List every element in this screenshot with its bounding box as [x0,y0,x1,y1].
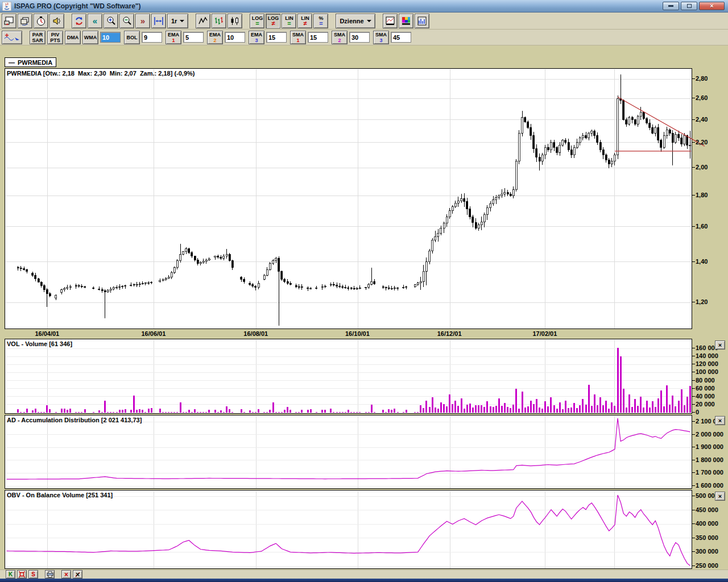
sound-button[interactable] [49,14,64,28]
date-axis-label: 16/10/01 [345,330,370,337]
lin-eq-scale-button[interactable]: LIN= [282,14,296,28]
bol-indicator-button[interactable]: BOL [124,31,140,44]
accumulation-distribution-panel[interactable]: AD - Accumulation Distribution [2 021 41… [5,415,692,489]
obv-close-button[interactable]: × [715,492,725,501]
percent-scale-button[interactable]: %= [313,14,328,28]
zoom-out-button[interactable] [119,14,134,28]
obv-panel[interactable]: OBV - On Balance Volume [251 341] [5,490,692,569]
ema2-indicator-button[interactable]: EMA2 [207,31,223,44]
ema1-period-field[interactable]: 5 [183,32,204,43]
delete-all-button[interactable]: × [73,570,82,579]
log-eq-label: LOG= [252,16,263,26]
ema3-indicator-button[interactable]: EMA3 [249,31,264,44]
lin-neq-label: LIN≠ [301,16,309,26]
draw-tool-button[interactable] [2,31,22,44]
ema1-indicator-button[interactable]: EMA1 [166,31,181,44]
export-chart-button[interactable] [2,14,16,28]
colors-button[interactable] [399,14,413,28]
ema2-period-field[interactable]: 10 [225,32,245,43]
sma1-label: SMA1 [292,32,304,43]
parsar-indicator-button[interactable]: PARSAR [30,31,46,44]
date-axis-label: 16/12/01 [437,330,462,337]
price-axis-label: 2,40 [696,116,708,123]
timer-button[interactable] [34,14,48,28]
sma1-indicator-button[interactable]: SMA1 [290,31,306,44]
indicator-button-group: PARSARPIVPTSDMAWMA10BOL9EMA15EMA210EMA31… [30,31,413,44]
refresh-button[interactable] [72,14,86,28]
date-axis-label: 16/08/01 [243,330,268,337]
ema3-period-field[interactable]: 15 [266,32,287,43]
volume-panel[interactable]: VOL - Volume [61 346] [5,339,692,414]
open-charts-button[interactable] [18,14,32,28]
series-legend[interactable]: — PWRMEDIA [5,57,56,67]
sma1-period-field[interactable]: 15 [308,32,328,43]
candlestick-chart-button[interactable] [228,14,242,28]
price-chart-panel[interactable]: PWRMEDIA [Otw.: 2,18 Max: 2,30 Min: 2,07… [5,68,692,329]
snapshot-button[interactable]: S [28,570,38,579]
indicator-list-button[interactable] [415,14,429,28]
ad-axis-label: 1 800 000 [696,456,723,463]
restore-button[interactable] [681,2,697,10]
volume-close-button[interactable]: × [715,340,725,350]
price-axis-label: 1,60 [696,223,708,230]
ad-axis-tick [692,421,695,422]
wma-period-field[interactable]: 10 [100,32,121,43]
scroll-right-button[interactable]: » [135,14,150,28]
close-button[interactable]: × [699,2,725,10]
volume-axis-tick [692,348,695,348]
bol-period-field[interactable]: 9 [142,32,162,43]
percent-label: %= [318,16,323,26]
candlestick-chart[interactable] [5,69,706,330]
sma3-indicator-button[interactable]: SMA3 [373,31,389,44]
cursor-mode-button[interactable]: K [6,570,15,579]
crosshair-button[interactable] [17,570,27,579]
palette-icon [401,16,411,26]
candlestick-icon [230,16,240,26]
volume-chart[interactable] [5,339,692,414]
obv-header: OBV - On Balance Volume [251 341] [7,492,113,498]
folders-icon [20,16,30,26]
pivpts-indicator-button[interactable]: PIVPTS [47,31,63,44]
ad-close-button[interactable]: × [715,416,725,425]
chart-settings-button[interactable] [383,14,398,28]
minimize-button[interactable] [663,2,679,10]
ad-chart[interactable] [5,415,692,489]
interval-dropdown[interactable]: Dzienne [336,14,375,28]
obv-axis-tick [692,510,695,510]
volume-axis-label: 0 [696,409,699,415]
scroll-left-button[interactable]: « [88,14,102,28]
speaker-icon [52,16,62,26]
dma-indicator-button[interactable]: DMA [65,31,81,44]
line-chart-button[interactable] [196,14,210,28]
wma-indicator-button[interactable]: WMA [82,31,98,44]
obv-chart[interactable] [5,490,692,569]
status-bar: K S × × [0,569,728,579]
price-axis-label: 2,80 [696,75,708,82]
obv-axis-tick [692,566,695,566]
delete-indicator-button[interactable]: × [61,570,71,579]
ad-axis-label: 1 700 000 [696,469,723,476]
bol-label: BOL [127,35,138,40]
obv-axis-tick [692,496,695,496]
zoom-in-button[interactable] [104,14,118,28]
log-eq-scale-button[interactable]: LOG= [250,14,264,28]
ad-axis-label: 2 000 000 [696,431,723,438]
sma2-indicator-button[interactable]: SMA2 [332,31,348,44]
bar-list-icon [417,16,427,26]
obv-axis-tick [692,551,695,552]
title-bar[interactable]: ISPAG PRO (Copyright "WD Software") × [0,0,728,13]
fit-range-button[interactable] [151,14,166,28]
print-button[interactable] [45,570,55,579]
sma3-period-field[interactable]: 45 [391,32,411,43]
lin-eq-label: LIN= [285,16,293,26]
lin-neq-scale-button[interactable]: LIN≠ [297,14,312,28]
close-icon: × [710,3,713,9]
range-dropdown[interactable]: 1r [167,14,188,28]
refresh-icon [74,16,84,26]
main-toolbar: « » 1r [0,13,728,30]
sma2-period-field[interactable]: 30 [349,32,370,43]
log-neq-scale-button[interactable]: LOG≠ [266,14,280,28]
fit-width-icon [154,16,164,26]
ohlc-chart-button[interactable] [212,14,226,28]
ad-axis-label: 1 900 000 [696,443,723,450]
